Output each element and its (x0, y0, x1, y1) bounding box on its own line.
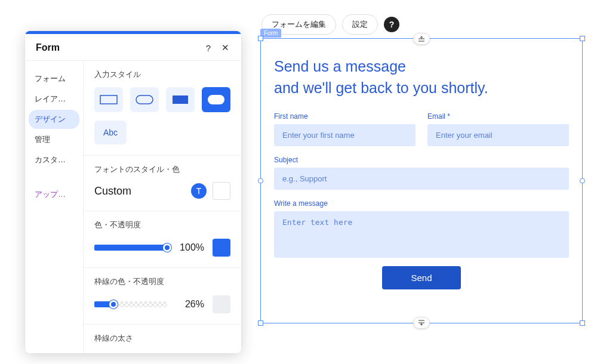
svg-rect-1 (136, 95, 153, 104)
tab-form[interactable]: フォーム (29, 69, 79, 88)
toolbar-help-icon[interactable]: ? (384, 17, 399, 32)
canvas-selection[interactable]: Form Send us a message and we'll get bac… (260, 38, 583, 323)
selection-label: Form (260, 29, 281, 38)
stretch-bottom-button[interactable] (413, 317, 430, 329)
tab-manage[interactable]: 管理 (29, 130, 79, 149)
section-border-weight: 枠線の太さ (84, 325, 241, 353)
close-icon[interactable]: ✕ (220, 42, 230, 53)
side-tabs: フォーム レイア… デザイン 管理 カスタ… アップ… (25, 61, 84, 353)
panel-title: Form (36, 42, 197, 53)
send-button[interactable]: Send (382, 266, 460, 289)
tab-layout[interactable]: レイア… (29, 90, 79, 109)
section-border-weight-label: 枠線の太さ (94, 333, 230, 344)
tab-upgrade[interactable]: アップ… (29, 185, 79, 204)
section-input-style: 入力スタイル Abc (84, 61, 241, 156)
email-label: Email * (427, 112, 569, 121)
resize-handle-br[interactable] (580, 320, 585, 326)
panel-header: Form ? ✕ (25, 34, 241, 61)
stretch-top-button[interactable] (413, 33, 430, 45)
resize-handle-l[interactable] (258, 178, 263, 184)
opacity-slider-1[interactable] (94, 245, 167, 251)
section-color-opacity: 色・不透明度 100% (84, 211, 241, 268)
email-input[interactable] (427, 124, 569, 146)
form-title: Send us a message and we'll get back to … (274, 55, 569, 99)
border-color-swatch[interactable] (213, 295, 230, 313)
subject-input[interactable] (274, 168, 569, 190)
style-rect-outline[interactable] (94, 87, 123, 112)
fill-color-swatch[interactable] (213, 239, 230, 257)
opacity-value-2: 26% (176, 299, 204, 310)
input-style-row (94, 87, 230, 112)
style-rect-filled[interactable] (166, 87, 195, 112)
resize-handle-bl[interactable] (258, 320, 263, 326)
style-pill-filled[interactable] (202, 87, 230, 112)
subject-label: Subject (274, 156, 569, 164)
section-border-color: 枠線の色・不透明度 26% (84, 268, 241, 325)
resize-handle-tr[interactable] (580, 36, 585, 41)
opacity-slider-2[interactable] (94, 301, 167, 307)
font-style-button[interactable]: T (191, 183, 207, 199)
abc-label: Abc (103, 128, 118, 137)
help-icon[interactable]: ? (203, 43, 214, 53)
canvas-toolbar: フォームを編集 設定 ? (261, 14, 399, 35)
style-pill-outline[interactable] (130, 87, 159, 112)
section-input-style-label: 入力スタイル (94, 69, 230, 80)
message-label: Write a message (274, 199, 569, 208)
design-panel: Form ? ✕ フォーム レイア… デザイン 管理 カスタ… アップ… 入力ス… (25, 31, 241, 353)
form-preview: Send us a message and we'll get back to … (274, 55, 569, 310)
selection-box: Send us a message and we'll get back to … (260, 38, 583, 323)
message-input[interactable] (274, 211, 569, 258)
font-color-swatch[interactable] (213, 182, 230, 200)
settings-button[interactable]: 設定 (342, 14, 378, 35)
section-font: フォントのスタイル・色 Custom T (84, 156, 241, 211)
first-name-label: First name (274, 112, 416, 121)
first-name-input[interactable] (274, 124, 416, 146)
resize-handle-r[interactable] (580, 178, 585, 184)
svg-rect-0 (100, 95, 117, 104)
tab-design[interactable]: デザイン (29, 110, 79, 129)
opacity-value-1: 100% (176, 242, 204, 253)
tab-custom[interactable]: カスタ… (29, 150, 79, 169)
section-border-color-label: 枠線の色・不透明度 (94, 276, 230, 287)
panel-content: 入力スタイル Abc (84, 61, 241, 353)
section-font-label: フォントのスタイル・色 (94, 164, 230, 175)
svg-rect-3 (208, 95, 224, 104)
resize-handle-tl[interactable] (258, 36, 263, 41)
section-color-opacity-label: 色・不透明度 (94, 220, 230, 230)
svg-rect-2 (173, 95, 188, 104)
font-name[interactable]: Custom (94, 185, 185, 198)
style-underline[interactable]: Abc (94, 121, 127, 144)
